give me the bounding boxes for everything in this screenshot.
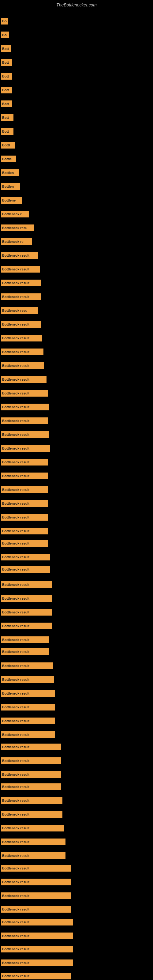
bar-row: Bottleneck result bbox=[1, 459, 48, 466]
bar-row: Bottleneck result bbox=[1, 566, 50, 573]
result-bar: Bottleneck result bbox=[1, 362, 44, 369]
bar-label: Bott bbox=[2, 88, 9, 92]
bar-label: Bott bbox=[2, 116, 9, 119]
bar-row: Bottleneck result bbox=[1, 865, 71, 872]
bar-row: Bottleneck result bbox=[1, 718, 55, 724]
bar-row: Bottleneck result bbox=[1, 811, 62, 818]
bar-row: Bottleneck result bbox=[1, 906, 71, 913]
result-bar: Bott bbox=[1, 128, 13, 135]
result-bar: Bottleneck result bbox=[1, 623, 52, 629]
bar-label: Bottl bbox=[2, 143, 10, 147]
bar-label: Bottleneck result bbox=[2, 583, 29, 587]
bar-row: Bottleneck result bbox=[1, 676, 54, 683]
bar-row: Bottleneck result bbox=[1, 335, 42, 342]
result-bar: Bottleneck result bbox=[1, 500, 48, 507]
bar-row: Bottleneck result bbox=[1, 376, 46, 383]
bar-row: Bottleneck result bbox=[1, 771, 61, 778]
bar-label: Bo bbox=[2, 33, 7, 37]
bar-label: Bottleneck result bbox=[2, 664, 29, 668]
bar-label: Bottleneck result bbox=[2, 447, 29, 450]
result-bar: Bottlen bbox=[1, 183, 20, 190]
result-bar: Bott bbox=[1, 114, 13, 121]
result-bar: Bottleneck result bbox=[1, 404, 49, 410]
result-bar: Bottlen bbox=[1, 169, 19, 176]
bar-row: Bottleneck result bbox=[1, 825, 64, 832]
bar-row: Bo bbox=[1, 18, 8, 24]
result-bar: Bottleneck result bbox=[1, 973, 71, 979]
result-bar: Bott bbox=[1, 87, 12, 94]
result-bar: Bottleneck result bbox=[1, 959, 73, 966]
result-bar: Bo bbox=[1, 32, 9, 38]
bar-row: Bottleneck result bbox=[1, 932, 73, 939]
bar-label: Bott bbox=[2, 102, 9, 106]
bar-row: Bottleneck re bbox=[1, 238, 32, 245]
bar-row: Bottleneck result bbox=[1, 662, 53, 669]
bar-label: Bottleneck result bbox=[2, 295, 29, 299]
bar-label: Bottleneck result bbox=[2, 880, 29, 884]
bar-label: Bottleneck resu bbox=[2, 226, 27, 230]
result-bar: Bottleneck result bbox=[1, 335, 42, 342]
bar-row: Bottleneck result bbox=[1, 581, 52, 588]
result-bar: Bottleneck result bbox=[1, 348, 43, 355]
bar-row: Bottleneck r bbox=[1, 211, 29, 218]
bar-row: Bottleneck result bbox=[1, 404, 49, 410]
bar-label: Bottleneck result bbox=[2, 474, 29, 478]
bar-label: Bottleneck result bbox=[2, 974, 29, 978]
bar-row: Bottl bbox=[1, 142, 15, 148]
result-bar: Bottleneck result bbox=[1, 825, 64, 832]
result-bar: Bottleneck result bbox=[1, 417, 48, 424]
result-bar: Bottle bbox=[1, 156, 16, 162]
bar-label: Bottleneck result bbox=[2, 378, 29, 381]
result-bar: Bottleneck resu bbox=[1, 307, 38, 314]
bar-label: Bo bbox=[2, 19, 7, 23]
result-bar: Bottleneck result bbox=[1, 252, 38, 259]
result-bar: Bottleneck result bbox=[1, 486, 48, 493]
result-bar: Bottleneck result bbox=[1, 581, 52, 588]
bar-label: Bottleneck result bbox=[2, 759, 29, 762]
bar-row: Bottleneck result bbox=[1, 783, 61, 790]
result-bar: Bottleneck result bbox=[1, 771, 61, 778]
bar-label: Bottleneck result bbox=[2, 650, 29, 654]
bar-row: Bottleneck result bbox=[1, 852, 65, 859]
bar-row: Bottleneck result bbox=[1, 431, 49, 438]
result-bar: Bottleneck result bbox=[1, 293, 41, 300]
result-bar: Bottleneck result bbox=[1, 528, 48, 535]
bar-label: Bottleneck result bbox=[2, 894, 29, 897]
bar-label: Bottleneck result bbox=[2, 773, 29, 776]
result-bar: Bottleneck result bbox=[1, 390, 48, 396]
bar-label: Bottleneck result bbox=[2, 350, 29, 354]
bar-label: Bottle bbox=[2, 157, 12, 161]
bar-label: Bottleneck result bbox=[2, 907, 29, 911]
bar-label: Bottleneck result bbox=[2, 488, 29, 492]
bar-row: Bottleneck result bbox=[1, 690, 55, 697]
result-bar: Bottleneck result bbox=[1, 783, 61, 790]
bar-label: Bottlen bbox=[2, 185, 14, 188]
bar-label: Bottleneck r bbox=[2, 212, 22, 216]
bar-label: Bottleneck result bbox=[2, 638, 29, 641]
result-bar: Bottleneck result bbox=[1, 445, 50, 452]
bar-row: Bottleneck result bbox=[1, 486, 48, 493]
result-bar: Bottleneck result bbox=[1, 946, 73, 953]
bar-row: Bottleneck result bbox=[1, 946, 73, 953]
bar-row: Bottlen bbox=[1, 169, 19, 176]
bar-label: Bott bbox=[2, 130, 9, 133]
result-bar: Bottl bbox=[1, 142, 15, 148]
result-bar: Bottleneck result bbox=[1, 797, 62, 804]
bar-label: Bottleneck result bbox=[2, 934, 29, 938]
bar-row: Bottleneck result bbox=[1, 973, 71, 979]
bar-row: Bott bbox=[1, 59, 12, 66]
bar-label: Bottleneck result bbox=[2, 254, 29, 257]
bar-row: Bottleneck result bbox=[1, 500, 48, 507]
result-bar: Bottleneck result bbox=[1, 718, 55, 724]
bar-row: Bottleneck result bbox=[1, 838, 65, 845]
bar-row: Bottleneck result bbox=[1, 348, 43, 355]
bar-label: Bottleneck result bbox=[2, 336, 29, 340]
bar-label: Bottleneck result bbox=[2, 391, 29, 395]
result-bar: Bottleneck result bbox=[1, 744, 61, 750]
bar-label: Bottleneck result bbox=[2, 460, 29, 464]
result-bar: Bott bbox=[1, 73, 12, 80]
result-bar: Bottleneck result bbox=[1, 932, 73, 939]
bar-row: Bott bbox=[1, 73, 12, 80]
bar-label: Bottleneck result bbox=[2, 281, 29, 285]
result-bar: Bottleneck result bbox=[1, 690, 55, 697]
